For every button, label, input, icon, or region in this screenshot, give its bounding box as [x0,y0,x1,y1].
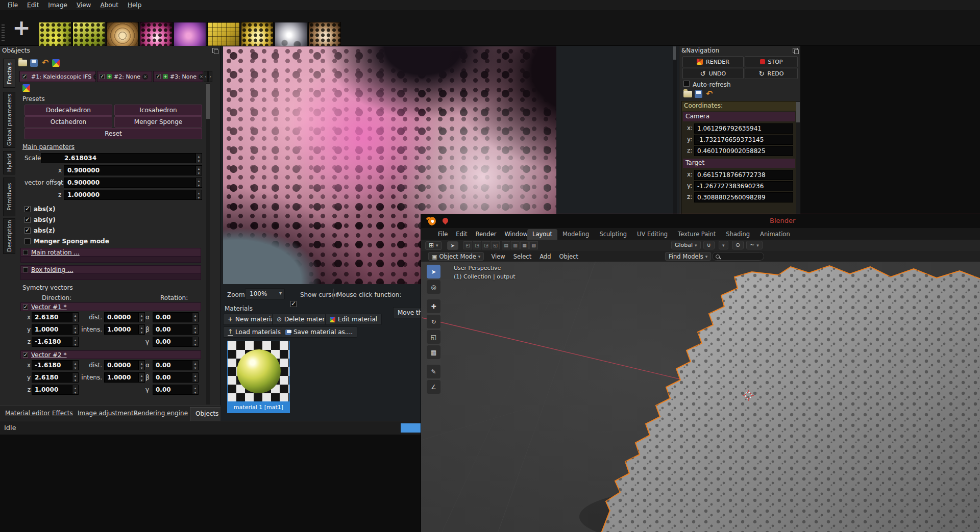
vector1-header[interactable]: Vector #1 * [20,302,201,311]
spinner[interactable] [138,361,144,370]
preset-reset-button[interactable]: Reset [24,128,202,139]
tab-effects[interactable]: Effects [52,410,73,417]
snap-toggle-button[interactable] [703,241,715,249]
scrollbar-thumb[interactable] [796,102,800,122]
vector2-header[interactable]: Vector #2 * [20,350,201,359]
spinner[interactable] [192,373,198,382]
mode-toggle-icon[interactable]: ◱ [491,241,500,249]
offset-y-spinner[interactable] [195,178,202,187]
move-tool[interactable] [427,299,440,313]
save-icon[interactable] [695,90,702,98]
mode-toggle-icon[interactable]: ◰ [463,241,472,249]
side-tab-fractals[interactable]: Fractals [3,59,15,88]
snap-settings-select[interactable] [719,241,728,249]
undo-button[interactable]: UNDO [682,68,744,79]
rotate-tool[interactable] [427,315,440,328]
load-settings-icon[interactable] [18,60,27,66]
pin-icon[interactable] [442,217,450,225]
vector2-dist-input[interactable]: 0.0000 [104,360,145,370]
transform-orientation-select[interactable]: Global [671,241,701,249]
material-preview[interactable]: material 1 [mat1] [227,341,290,413]
mode-select[interactable]: Object Mode [428,252,484,261]
offset-z-spinner[interactable] [195,190,202,199]
scale-tool[interactable] [427,330,440,344]
overlay-toggle-icon[interactable]: ▤ [502,241,510,249]
preset-icosahedron-button[interactable]: Icosahedron [114,105,202,116]
overlay-toggle-icon[interactable]: ▥ [511,241,520,249]
float-panel-icon[interactable] [212,48,217,53]
vector2-enabled-checkbox[interactable] [23,352,28,358]
camera-z-input[interactable]: 0.4601700902058825 [694,146,793,156]
offset-x-spinner[interactable] [195,166,202,175]
workspace-tab-uv-editing[interactable]: UV Editing [632,229,673,240]
spinner[interactable] [138,313,144,322]
tweak-tool-button[interactable] [447,241,458,250]
proportional-edit-button[interactable] [732,241,744,249]
spinner[interactable] [138,373,144,382]
target-x-input[interactable]: 0.6615718766772738 [694,170,793,180]
target-y-input[interactable]: -1.267727383690236 [694,181,793,191]
fractal-mesh-object[interactable] [601,266,980,532]
auto-refresh-checkbox[interactable] [683,81,690,87]
find-models-select[interactable]: Find Models [665,252,711,261]
panel-scrollbar[interactable] [206,83,210,404]
workspace-tab-layout[interactable]: Layout [527,229,557,240]
preset-octahedron-button[interactable]: Octahedron [24,116,112,128]
load-icon[interactable] [683,91,692,97]
undo-icon[interactable] [42,59,48,67]
tweak-tool[interactable] [427,265,440,278]
add-fractal-button[interactable] [11,18,32,40]
blender-menu-file[interactable]: File [434,229,452,239]
tab-objects[interactable]: Objects [190,407,224,421]
workspace-tab-animation[interactable]: Animation [755,229,795,240]
abs-z-checkbox[interactable] [24,227,31,234]
fractal-2-enabled-checkbox[interactable] [100,74,105,79]
workspace-tab-sculpting[interactable]: Sculpting [594,229,632,240]
camera-x-input[interactable]: 1.061296792635941 [694,123,793,134]
menu-help[interactable]: Help [123,1,146,10]
close-tab-icon[interactable] [142,74,148,80]
fractal-tab-1[interactable]: #1: Kaleidoscopic IFS [19,71,96,82]
side-tab-primitives[interactable]: Primitives [3,178,15,216]
blender-3d-viewport[interactable]: User Perspective (1) Collection | output [421,262,980,532]
vector1-alpha-input[interactable]: 0.00 [153,312,199,322]
camera-y-input[interactable]: -1.732176659373145 [694,135,793,145]
spinner[interactable] [72,385,78,394]
save-settings-icon[interactable] [30,59,38,67]
menu-image[interactable]: Image [43,1,72,10]
menu-view[interactable]: View [72,1,95,10]
menu-about[interactable]: About [95,1,123,10]
tab-image-adjustments[interactable]: Image adjustments [78,410,137,417]
editor-type-select[interactable] [425,241,442,250]
blender-menu-render[interactable]: Render [472,229,501,239]
vector2-beta-input[interactable]: 0.00 [153,372,199,383]
transform-tool[interactable] [427,345,440,359]
offset-x-input[interactable]: 0.900000 [64,165,202,175]
fractal-tab-2[interactable]: #2: None [97,71,152,82]
workspace-tab-texture-paint[interactable]: Texture Paint [673,229,721,240]
box-folding-group-header[interactable]: Box folding ... [20,265,201,274]
spinner[interactable] [192,361,198,370]
tab-scroll-right-icon[interactable]: › [208,71,212,82]
float-panel-icon[interactable] [793,48,798,53]
cursor-tool[interactable] [427,280,440,294]
box-folding-checkbox[interactable] [23,267,28,272]
side-tab-global-parameters[interactable]: Global parameters [3,92,15,148]
vector1-gamma-input[interactable]: 0.00 [153,337,199,347]
vector1-y-input[interactable]: 1.0000 [32,324,79,335]
main-rotation-checkbox[interactable] [23,250,28,255]
randomize-icon[interactable] [52,59,60,67]
spinner[interactable] [72,373,78,382]
scale-input[interactable]: 2.618034 [41,153,202,163]
edit-material-button[interactable]: Edit material [325,314,382,325]
vector1-enabled-checkbox[interactable] [23,305,28,310]
vector1-beta-input[interactable]: 0.00 [153,324,199,335]
show-cursor-checkbox[interactable] [290,301,297,307]
vector1-intens-input[interactable]: 1.0000 [104,324,145,335]
object-menu[interactable]: Object [555,251,582,262]
vector2-intens-input[interactable]: 1.0000 [104,372,145,383]
target-z-input[interactable]: 0.3088802560098289 [694,192,793,202]
spinner[interactable] [192,313,198,322]
overlay-toggle-icon[interactable]: ▦ [520,241,529,249]
view-menu[interactable]: View [487,251,509,262]
